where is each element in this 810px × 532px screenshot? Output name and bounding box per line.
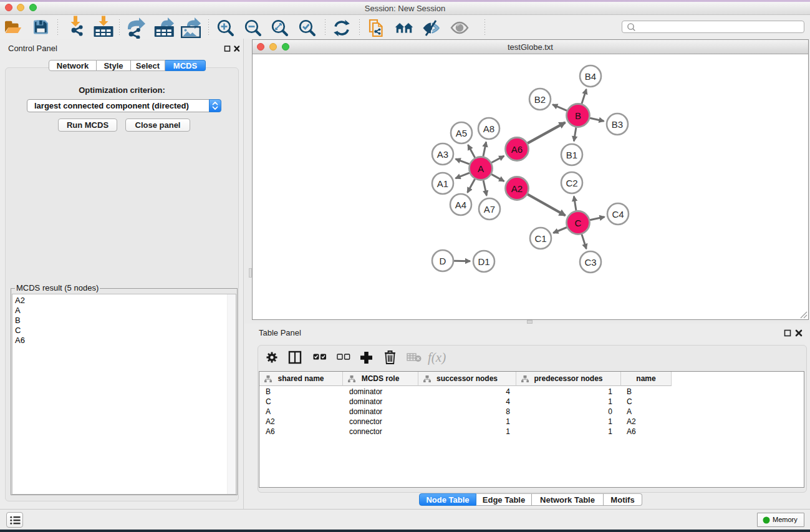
svg-text:A5: A5 (456, 128, 467, 138)
svg-text:C2: C2 (566, 178, 577, 188)
svg-text:A8: A8 (483, 123, 494, 134)
svg-text:B: B (575, 110, 581, 121)
svg-text:A2: A2 (511, 183, 523, 194)
svg-text:C3: C3 (584, 257, 596, 268)
svg-text:D: D (440, 256, 446, 266)
svg-text:C4: C4 (612, 209, 624, 220)
svg-text:B2: B2 (534, 94, 546, 105)
svg-text:C1: C1 (534, 233, 546, 244)
svg-text:A6: A6 (511, 144, 523, 155)
svg-text:B3: B3 (612, 119, 623, 130)
svg-text:B4: B4 (585, 71, 596, 82)
svg-text:A3: A3 (437, 149, 448, 160)
svg-text:A: A (478, 163, 484, 174)
svg-text:A7: A7 (484, 204, 495, 215)
svg-text:A4: A4 (455, 200, 466, 210)
svg-text:A1: A1 (437, 178, 448, 189)
svg-text:C: C (575, 218, 582, 228)
svg-text:D1: D1 (478, 256, 489, 267)
svg-text:B1: B1 (566, 150, 577, 160)
